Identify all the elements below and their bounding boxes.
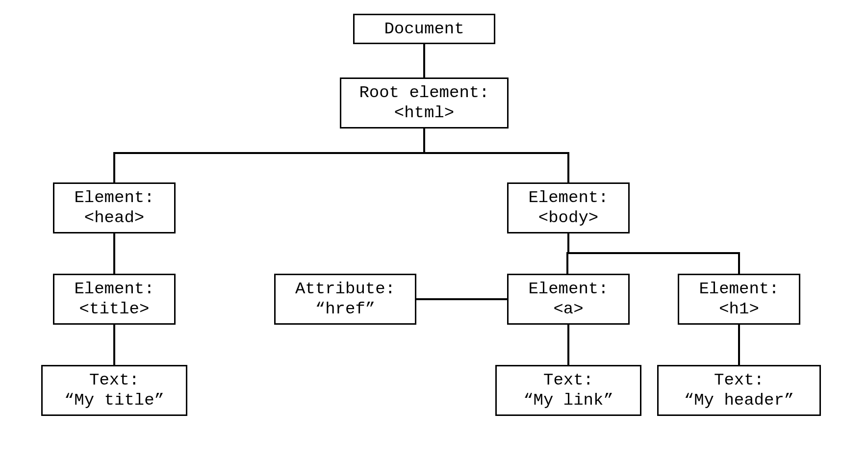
node-head-label-1: Element: [74, 188, 154, 208]
node-attr-label-1: Attribute: [295, 279, 395, 299]
node-text-my-link: Text: “My link” [495, 365, 641, 416]
node-text-link-label-2: “My link” [523, 390, 613, 411]
connector [113, 152, 569, 154]
node-body-label-2: <body> [538, 208, 598, 228]
node-attribute-href: Attribute: “href” [274, 274, 416, 325]
connector [567, 233, 569, 253]
node-attr-label-2: “href” [315, 299, 375, 319]
node-text-title-label-2: “My title” [64, 390, 164, 411]
node-a-label-2: <a> [553, 299, 583, 319]
node-body-label-1: Element: [528, 188, 608, 208]
node-h1: Element: <h1> [678, 274, 800, 325]
node-text-header-label-2: “My header” [684, 390, 794, 411]
connector [567, 152, 569, 182]
node-a: Element: <a> [507, 274, 630, 325]
node-h1-label-2: <h1> [719, 299, 759, 319]
node-title-label-1: Element: [74, 279, 154, 299]
node-text-link-label-1: Text: [543, 370, 593, 390]
connector [423, 129, 425, 153]
node-head: Element: <head> [53, 182, 176, 233]
node-document-label: Document [384, 19, 464, 39]
connector [738, 325, 740, 365]
node-root-label-1: Root element: [359, 83, 489, 103]
node-document: Document [353, 14, 495, 44]
node-root-label-2: <html> [394, 103, 454, 123]
node-title-label-2: <title> [79, 299, 150, 319]
node-h1-label-1: Element: [699, 279, 779, 299]
connector [738, 252, 740, 274]
connector [113, 233, 115, 274]
connector [566, 252, 568, 274]
node-body: Element: <body> [507, 182, 630, 233]
dom-tree-diagram: Document Root element: <html> Element: <… [0, 0, 868, 464]
connector [566, 252, 740, 254]
node-text-title-label-1: Text: [89, 370, 139, 390]
node-text-my-header: Text: “My header” [657, 365, 821, 416]
node-text-my-title: Text: “My title” [41, 365, 187, 416]
node-head-label-2: <head> [84, 208, 144, 228]
connector [423, 44, 425, 77]
node-a-label-1: Element: [528, 279, 608, 299]
connector [567, 325, 569, 365]
connector [113, 325, 115, 365]
node-root-html: Root element: <html> [340, 77, 509, 129]
node-title: Element: <title> [53, 274, 176, 325]
node-text-header-label-1: Text: [714, 370, 764, 390]
connector [113, 152, 115, 182]
connector [416, 298, 507, 300]
